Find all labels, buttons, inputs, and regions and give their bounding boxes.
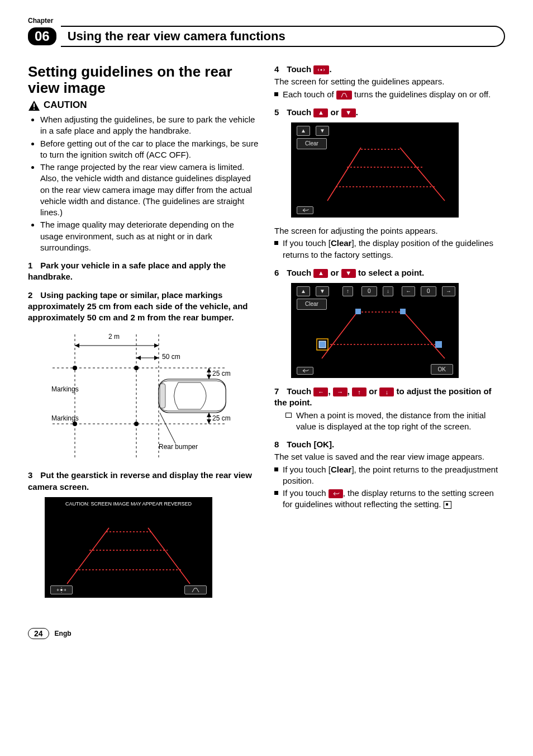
arrow-right-button[interactable]: → [442, 286, 455, 296]
chapter-title-bar: Using the rear view camera functions [61, 26, 505, 47]
step-4-body: The screen for setting the guidelines ap… [274, 76, 505, 87]
arrow-down-button[interactable]: ↓ [383, 286, 393, 296]
rear-view-screen-3: ▲ ▼ ↑ 0 ↓ ← 0 → Clear OK [291, 283, 459, 378]
svg-rect-1 [34, 103, 35, 107]
step-number: 5 [274, 107, 279, 117]
step-number: 2 [28, 290, 32, 300]
triangle-up-icon: ▲ [313, 269, 328, 278]
step-3: 3Put the gearstick in reverse and displa… [28, 470, 259, 493]
back-button[interactable] [297, 206, 313, 214]
svg-marker-8 [154, 343, 159, 348]
guideline-adjust-button[interactable] [50, 585, 73, 594]
step-8-body: The set value is saved and the rear view… [274, 451, 505, 462]
chapter-title: Using the rear view camera functions [68, 29, 285, 44]
svg-marker-11 [154, 356, 159, 360]
page-footer: 24 Engb [28, 628, 505, 639]
caution-heading: CAUTION [28, 99, 259, 112]
triangle-up-button[interactable]: ▲ [297, 286, 310, 296]
list-item: The range projected by the rear view cam… [40, 162, 259, 218]
step-text: Touch [OK]. [287, 440, 334, 449]
section-title: Setting guidelines on the rear view imag… [28, 64, 259, 96]
step-7: 7Touch ←, →, ↑ or ↓ to adjust the positi… [274, 386, 505, 409]
right-column: 4Touch . The screen for setting the guid… [274, 64, 505, 606]
arrow-up-icon: ↑ [352, 388, 367, 396]
step-6: 6Touch ▲ or ▼ to select a point. [274, 267, 505, 278]
left-column: Setting guidelines on the rear view imag… [28, 64, 259, 606]
arrow-left-icon: ← [313, 388, 328, 396]
clear-button[interactable]: Clear [297, 138, 327, 149]
arrow-left-button[interactable]: ← [402, 286, 415, 296]
diagram-label-2m: 2 m [108, 332, 120, 341]
hollow-bullet-icon [285, 413, 292, 418]
list-item: When adjusting the guidelines, be sure t… [40, 114, 259, 137]
step-text-pre: Touch [287, 386, 313, 396]
square-bullet-icon [274, 241, 278, 245]
rear-view-screen-1: CAUTION: SCREEN IMAGE MAY APPEAR REVERSE… [45, 497, 212, 598]
step-4: 4Touch . [274, 64, 505, 75]
step-number: 6 [274, 268, 279, 277]
page-number: 24 [28, 628, 49, 639]
guideline-toggle-button[interactable] [184, 585, 207, 594]
step-1: 1Park your vehicle in a safe place and a… [28, 260, 259, 283]
step-text: Park your vehicle in a safe place and ap… [28, 261, 226, 281]
step-number: 1 [28, 261, 32, 270]
diagram-label-25cm-a: 25 cm [212, 369, 231, 378]
arrow-up-button[interactable]: ↑ [342, 286, 353, 296]
clear-label: Clear [331, 238, 352, 248]
step-text-pre: Touch [287, 64, 313, 74]
svg-marker-23 [207, 419, 211, 424]
list-item: The image quality may deteriorate depend… [40, 219, 259, 253]
triangle-up-icon: ▲ [313, 108, 328, 117]
svg-line-29 [148, 528, 190, 584]
chapter-label: Chapter [28, 17, 505, 25]
step-8-bullet-1: If you touch [Clear], the point returns … [274, 464, 505, 487]
svg-rect-44 [319, 341, 326, 348]
triangle-down-button[interactable]: ▼ [316, 126, 329, 136]
step-text-or: or [328, 268, 341, 277]
step-8-bullet-2: If you touch , the display returns to th… [274, 488, 505, 511]
svg-rect-26 [160, 384, 165, 408]
svg-rect-47 [400, 309, 406, 314]
guideline-toggle-icon [336, 91, 352, 100]
svg-line-35 [327, 148, 361, 201]
end-of-section-icon [444, 501, 451, 509]
step-number: 8 [274, 440, 279, 449]
bullet-text-pre: If you touch [ [283, 465, 331, 474]
caution-label: CAUTION [44, 99, 87, 112]
svg-marker-10 [136, 356, 141, 360]
chapter-number: 06 [28, 27, 56, 45]
caution-list: When adjusting the guidelines, be sure t… [28, 114, 259, 253]
step-text-c1: , [328, 386, 332, 396]
step-text-pre: Touch [287, 107, 313, 117]
warning-icon [28, 100, 40, 111]
back-button[interactable] [297, 367, 313, 375]
svg-line-40 [322, 311, 358, 358]
step-text-or: or [328, 107, 341, 117]
step-text-c2: , [348, 386, 352, 396]
marking-diagram: 2 m 50 cm 25 cm 25 cm Markings Markings … [41, 329, 231, 463]
svg-rect-46 [355, 309, 361, 314]
square-bullet-icon [274, 467, 278, 471]
chapter-header: 06 Using the rear view camera functions [28, 26, 505, 47]
step-text: Using packing tape or similar, place mar… [28, 290, 248, 323]
diagram-label-50cm: 50 cm [162, 352, 180, 361]
triangle-up-button[interactable]: ▲ [297, 126, 310, 136]
clear-label: Clear [331, 465, 352, 474]
svg-marker-22 [207, 413, 211, 417]
list-item: Before getting out of the car to place t… [40, 138, 259, 161]
ok-button[interactable]: OK [431, 364, 453, 375]
triangle-down-button[interactable]: ▼ [316, 286, 329, 296]
square-bullet-icon [274, 491, 278, 495]
zero-value: 0 [421, 286, 436, 296]
svg-marker-20 [207, 375, 211, 379]
svg-line-27 [160, 413, 175, 443]
clear-button[interactable]: Clear [297, 299, 327, 310]
bullet-text-post: turns the guidelines display on or off. [352, 89, 491, 99]
step-text-post: to select a point. [356, 268, 425, 277]
step-text-or: or [367, 386, 379, 396]
svg-line-28 [67, 528, 109, 584]
diagram-label-markings-2: Markings [51, 414, 79, 423]
diagram-label-rear-bumper: Rear bumper [159, 442, 198, 451]
step-2: 2Using packing tape or similar, place ma… [28, 290, 259, 324]
step-5-bullet: If you touch [Clear], the display positi… [274, 238, 505, 261]
